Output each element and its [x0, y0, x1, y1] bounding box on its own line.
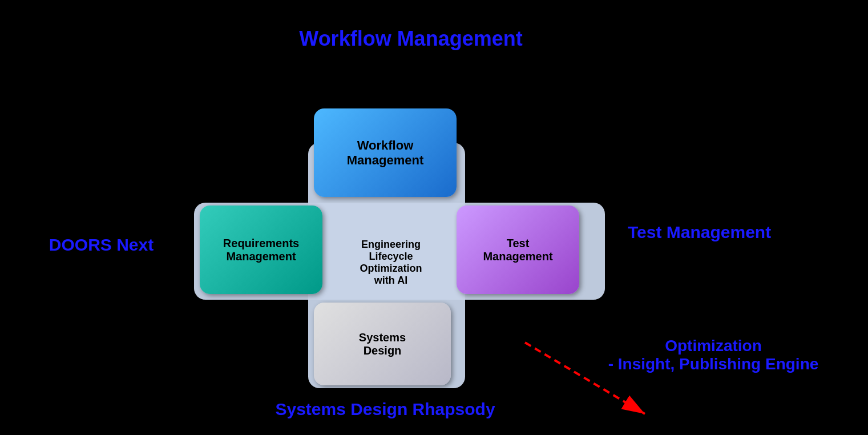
red-arrow-svg — [508, 325, 679, 435]
cell-test-management: Test Management — [457, 206, 579, 294]
cell-right-line1: Test — [483, 237, 552, 250]
cell-top-line2: Management — [347, 153, 423, 168]
label-test-management-text: Test Management — [628, 223, 771, 241]
cross-diagram: Workflow Management Requirements Managem… — [194, 143, 605, 388]
label-systems-design-rhapsody-text: Systems Design Rhapsody — [275, 400, 495, 418]
label-workflow-management-top-text: Workflow Management — [299, 27, 522, 50]
cell-center-line2: Lifecycle — [360, 251, 422, 263]
svg-line-3 — [525, 343, 645, 414]
cell-engineering-lifecycle: Engineering Lifecycle Optimization with … — [325, 206, 457, 320]
label-doors-next: DOORS Next — [33, 235, 170, 255]
cell-bottom-line2: Design — [359, 344, 406, 357]
cell-left-line2: Management — [223, 250, 299, 263]
label-workflow-management-top: Workflow Management — [284, 27, 538, 51]
label-doors-next-text: DOORS Next — [49, 235, 154, 254]
label-test-management: Test Management — [628, 223, 799, 242]
cell-center-line4: with AI — [360, 275, 422, 287]
diagram-container: Workflow Management DOORS Next Test Mana… — [0, 0, 868, 435]
cell-center-line3: Optimization — [360, 263, 422, 275]
cell-center-line1: Engineering — [360, 239, 422, 251]
cell-workflow-management: Workflow Management — [314, 108, 457, 197]
cell-top-line1: Workflow — [347, 138, 423, 153]
cell-right-line2: Management — [483, 250, 552, 263]
cell-requirements-management: Requirements Management — [200, 206, 322, 294]
cell-left-line1: Requirements — [223, 237, 299, 250]
cell-bottom-line1: Systems — [359, 331, 406, 344]
